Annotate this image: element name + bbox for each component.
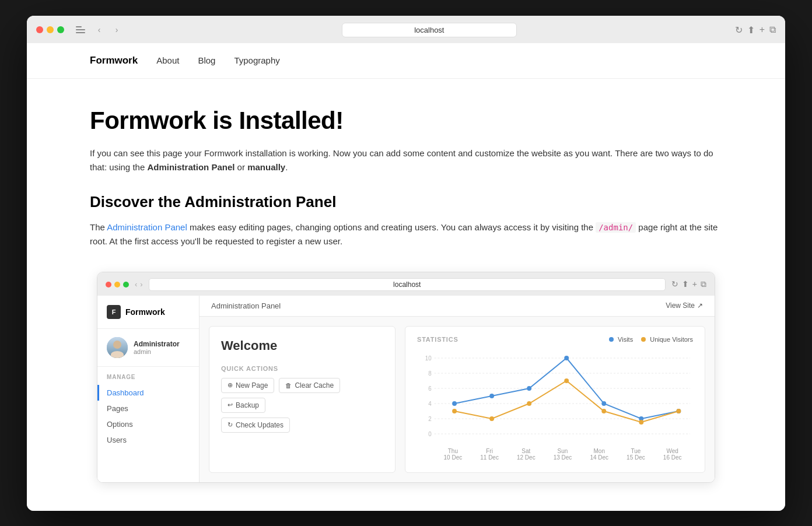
label-sun: Sun13 Dec [544, 448, 581, 461]
unique-dot [641, 337, 646, 342]
new-tab-icon[interactable]: + [760, 24, 765, 35]
visits-dot-fri [489, 394, 494, 398]
forward-button[interactable]: › [110, 23, 124, 37]
admin-role: admin [134, 348, 180, 355]
inner-back-icon: ‹ [135, 280, 137, 289]
tabs-icon[interactable]: ⧉ [769, 24, 776, 35]
address-bar[interactable]: localhost [342, 23, 517, 37]
trash-icon: 🗑 [285, 382, 292, 389]
new-page-button[interactable]: ⊕ New Page [221, 378, 274, 393]
quick-actions-row2: ↻ Check Updates [221, 418, 383, 433]
unique-dot-wed [676, 409, 681, 413]
inner-newtab-icon: + [692, 279, 697, 289]
unique-dot-tue [639, 420, 643, 425]
sidebar-toggle-icon[interactable] [76, 26, 85, 33]
quick-actions-label: QUICK ACTIONS [221, 365, 383, 372]
admin-code: /admin/ [596, 222, 636, 233]
svg-text:6: 6 [428, 385, 432, 391]
desc-paragraph: The Administration Panel makes easy edit… [90, 220, 720, 248]
inner-close-button [106, 282, 111, 287]
unique-legend: Unique Visitors [641, 336, 693, 343]
svg-text:8: 8 [428, 370, 432, 376]
label-mon: Mon14 Dec [581, 448, 618, 461]
browser-window: ‹ › localhost ↻ ⬆ + ⧉ Formwork About Blo… [27, 16, 785, 511]
unique-dot-sat [527, 401, 531, 406]
traffic-lights [36, 26, 64, 33]
visits-dot-thu [452, 401, 457, 406]
reload-icon[interactable]: ↻ [735, 24, 743, 36]
welcome-card: Welcome QUICK ACTIONS ⊕ New Page 🗑 [209, 326, 396, 473]
site-logo[interactable]: Formwork [90, 55, 138, 66]
close-button[interactable] [36, 26, 43, 33]
admin-logo: F Formwork [97, 305, 199, 329]
visits-dot-sun [564, 356, 569, 360]
plus-icon: ⊕ [228, 381, 233, 389]
visits-dot-mon [601, 401, 606, 406]
website-content: Formwork About Blog Typography Formwork … [27, 43, 785, 511]
admin-panel-link[interactable]: Administration Panel [107, 222, 187, 232]
inner-minimize-button [114, 282, 120, 287]
admin-username: Administrator [134, 340, 180, 348]
inner-tabs-icon: ⧉ [701, 279, 706, 289]
browser-nav: ‹ › [92, 23, 124, 37]
hero-title: Formwork is Installed! [90, 107, 722, 135]
site-main: Formwork is Installed! If you can see th… [27, 79, 785, 511]
sidebar-item-dashboard[interactable]: Dashboard [97, 385, 190, 401]
admin-main: Administration Panel View Site ↗ Welcome… [200, 296, 715, 482]
stats-title: STATISTICS [417, 336, 459, 343]
sidebar-item-options[interactable]: Options [107, 416, 190, 432]
svg-text:10: 10 [425, 355, 432, 361]
minimize-button[interactable] [47, 26, 54, 33]
refresh-icon: ↻ [228, 421, 233, 429]
manage-label: MANAGE [107, 374, 190, 380]
nav-blog[interactable]: Blog [198, 55, 215, 65]
clear-cache-button[interactable]: 🗑 Clear Cache [279, 378, 340, 393]
backup-button[interactable]: ↩ Backup [221, 398, 265, 413]
inner-share-icon: ⬆ [682, 279, 689, 289]
statistics-chart: 10 8 6 4 2 0 [417, 352, 693, 446]
unique-dot-sun [564, 378, 569, 383]
browser-actions: ↻ ⬆ + ⧉ [735, 24, 776, 36]
inner-browser-window: ‹ › localhost ↻ ⬆ + ⧉ [97, 272, 715, 483]
unique-dot-mon [601, 409, 606, 413]
maximize-button[interactable] [57, 26, 64, 33]
back-button[interactable]: ‹ [92, 23, 106, 37]
view-site-link[interactable]: View Site ↗ [666, 301, 703, 310]
sidebar-item-pages[interactable]: Pages [107, 401, 190, 416]
site-navigation: Formwork About Blog Typography [27, 43, 785, 79]
stats-legend: Visits Unique Visitors [609, 336, 693, 343]
admin-logo-icon: F [107, 305, 121, 319]
inner-reload-icon: ↻ [671, 279, 678, 289]
svg-text:2: 2 [428, 415, 432, 422]
visits-dot [609, 337, 614, 342]
label-thu: Thu10 Dec [435, 448, 471, 461]
svg-text:0: 0 [428, 430, 432, 437]
sidebar-item-users[interactable]: Users [107, 432, 190, 448]
section2-title: Discover the Administration Panel [90, 193, 722, 211]
admin-panel-title: Administration Panel [211, 301, 281, 310]
label-wed: Wed16 Dec [654, 448, 691, 461]
visits-dot-sat [527, 386, 531, 391]
external-link-icon: ↗ [697, 301, 703, 310]
nav-about[interactable]: About [156, 55, 179, 65]
share-icon[interactable]: ⬆ [747, 24, 755, 36]
admin-panel: F Formwork Administrator admin [97, 296, 715, 482]
unique-dot-fri [489, 416, 494, 421]
inner-maximize-button [123, 282, 129, 287]
inner-address-bar: localhost [149, 278, 666, 291]
stats-header: STATISTICS Visits Unique Vis [417, 336, 693, 343]
backup-icon: ↩ [228, 401, 233, 409]
svg-text:4: 4 [428, 400, 432, 406]
inner-forward-icon: › [140, 280, 142, 289]
label-sat: Sat12 Dec [508, 448, 544, 461]
quick-actions-row1: ⊕ New Page 🗑 Clear Cache ↩ [221, 378, 383, 413]
inner-browser-actions: ↻ ⬆ + ⧉ [671, 279, 706, 289]
admin-user-section: Administrator admin [97, 329, 199, 367]
label-fri: Fri11 Dec [471, 448, 508, 461]
browser-chrome: ‹ › localhost ↻ ⬆ + ⧉ [27, 16, 785, 43]
admin-menu-section: MANAGE Dashboard Pages Options Users [97, 367, 199, 450]
admin-body: Welcome QUICK ACTIONS ⊕ New Page 🗑 [200, 317, 715, 482]
statistics-card: STATISTICS Visits Unique Vis [405, 326, 705, 473]
nav-typography[interactable]: Typography [234, 55, 279, 65]
check-updates-button[interactable]: ↻ Check Updates [221, 418, 290, 433]
